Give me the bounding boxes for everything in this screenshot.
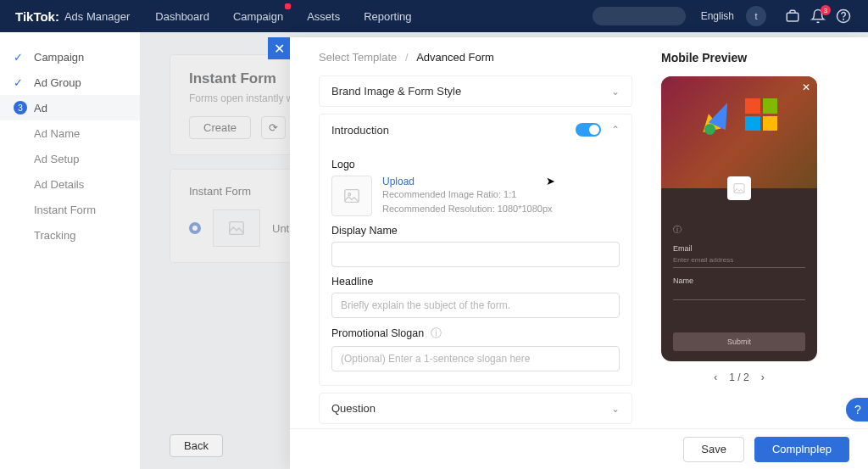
modal-footer: Save ComplnpIep: [290, 428, 868, 469]
language-select[interactable]: English: [701, 10, 734, 22]
breadcrumb-prev[interactable]: Select Template: [319, 51, 397, 64]
chevron-down-icon: ⌄: [611, 86, 620, 98]
pager-text: 1 / 2: [729, 371, 748, 383]
section-intro: Introduction ⌃ Logo: [319, 114, 632, 386]
top-nav: TikTok: Ads Manager Dashboard Campaign A…: [0, 0, 868, 32]
brand-sub: Ads Manager: [64, 10, 130, 23]
google-ads-logo: [701, 98, 738, 136]
intro-toggle[interactable]: [576, 123, 601, 137]
left-sidebar: ✓ Campaign ✓ Ad Group 3 Ad Ad Name Ad Se…: [0, 32, 141, 469]
sidebar-sub-instantform[interactable]: Instant Form: [0, 197, 140, 222]
preview-email-label: Email: [673, 244, 805, 253]
preview-column: Mobile Preview ✕: [653, 37, 868, 428]
save-button[interactable]: Save: [683, 437, 744, 462]
account-selector[interactable]: [593, 7, 686, 25]
preview-close-icon[interactable]: ✕: [802, 81, 810, 93]
sidebar-sub-adsetup[interactable]: Ad Setup: [0, 146, 140, 171]
section-brand-header[interactable]: Brand Image & Form Style ⌄: [320, 76, 632, 106]
hero-logos: [661, 98, 817, 136]
preview-name-input: [673, 285, 805, 300]
slogan-label: Promotional Slogan ⓘ: [331, 327, 620, 341]
preview-submit-button: Submit: [673, 332, 805, 351]
logo-hint1: Recommended Image Ratio: 1:1: [382, 187, 553, 202]
pager-next[interactable]: ›: [761, 371, 765, 383]
nav-assets[interactable]: Assets: [307, 10, 340, 23]
preview-logo-placeholder: [727, 176, 751, 200]
section-question-header[interactable]: Question ⌄: [320, 394, 632, 423]
bell-badge: 3: [821, 5, 831, 15]
sidebar-sub-addetails[interactable]: Ad Details: [0, 171, 140, 197]
display-name-label: Display Name: [331, 225, 620, 237]
headline-label: Headline: [331, 276, 620, 288]
sidebar-item-ad[interactable]: 3 Ad: [0, 95, 140, 120]
brand: TikTok:: [15, 9, 59, 24]
sidebar-sub-tracking[interactable]: Tracking: [0, 222, 140, 248]
preview-title: Mobile Preview: [661, 51, 846, 64]
bell-icon[interactable]: 3: [810, 8, 827, 24]
check-icon: ✓: [14, 51, 25, 63]
slogan-input[interactable]: [331, 346, 620, 371]
close-button[interactable]: ✕: [268, 37, 290, 59]
complete-button[interactable]: ComplnpIep: [754, 437, 849, 462]
sidebar-item-adgroup[interactable]: ✓ Ad Group: [0, 70, 140, 95]
pager-prev[interactable]: ‹: [714, 371, 717, 383]
chevron-down-icon: ⌄: [611, 403, 620, 415]
section-brand: Brand Image & Form Style ⌄: [319, 75, 632, 107]
chevron-up-icon: ⌃: [611, 124, 620, 136]
breadcrumb-current: Advanced Form: [416, 51, 494, 64]
preview-pager: ‹ 1 / 2 ›: [661, 371, 817, 383]
logo-label: Logo: [331, 159, 620, 170]
nav-reporting[interactable]: Reporting: [364, 10, 411, 23]
svg-rect-0: [787, 13, 798, 21]
logo-placeholder[interactable]: [331, 176, 372, 216]
preview-name-label: Name: [673, 276, 805, 285]
display-name-input[interactable]: [331, 242, 620, 267]
form-editor-modal: ✕ Select Template / Advanced Form Brand …: [290, 37, 868, 469]
section-intro-header[interactable]: Introduction ⌃: [320, 114, 632, 145]
nav-badge: [285, 3, 291, 9]
nav-campaign[interactable]: Campaign: [233, 10, 283, 23]
svg-point-2: [843, 19, 844, 20]
headline-input[interactable]: [331, 293, 620, 318]
step-number: 3: [14, 101, 27, 114]
info-icon[interactable]: ⓘ: [431, 327, 442, 339]
check-icon: ✓: [14, 76, 25, 88]
svg-point-5: [348, 193, 351, 196]
microsoft-logo: [745, 98, 777, 131]
help-icon[interactable]: [836, 8, 853, 24]
preview-email-input: Enter email address: [673, 253, 805, 268]
section-question: Question ⌄: [319, 393, 632, 424]
mobile-preview: ✕ ⓘ Email Enter ema: [661, 76, 817, 361]
avatar[interactable]: t: [746, 6, 766, 26]
sidebar-item-campaign[interactable]: ✓ Campaign: [0, 44, 140, 70]
sidebar-sub-adname[interactable]: Ad Name: [0, 120, 140, 146]
briefcase-icon[interactable]: [785, 8, 802, 24]
breadcrumb: Select Template / Advanced Form: [319, 51, 636, 64]
nav-dashboard[interactable]: Dashboard: [155, 10, 209, 23]
preview-info-icon: ⓘ: [673, 224, 805, 236]
upload-link[interactable]: Upload: [382, 176, 553, 187]
help-fab[interactable]: ?: [846, 398, 868, 422]
logo-hint2: Recommended Resolution: 1080*1080px: [382, 202, 553, 216]
